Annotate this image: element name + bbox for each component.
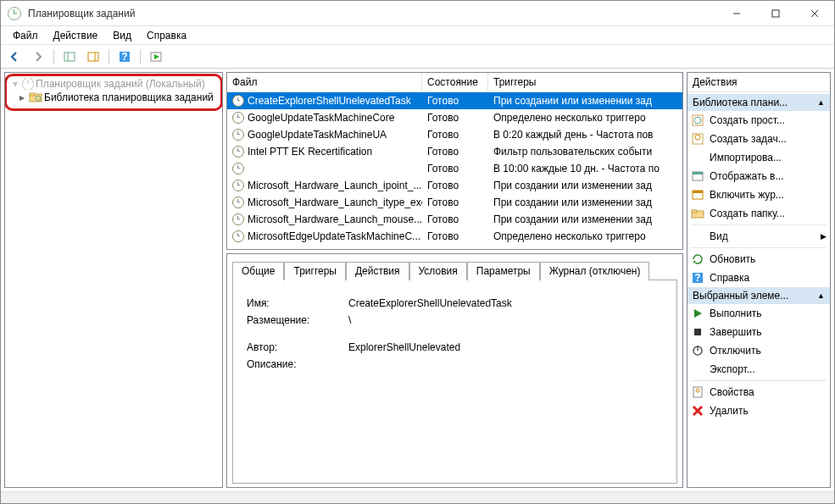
task-icon [232,95,244,107]
task-trigger: В 0:20 каждый день - Частота пов [488,127,682,142]
tree-library[interactable]: ▸ Библиотека планировщика заданий [8,90,219,105]
svg-rect-22 [693,191,703,193]
table-row[interactable]: GoogleUpdateTaskMachineCoreГотовоОпредел… [227,109,682,126]
action-view[interactable]: Вид▶ [687,227,830,246]
svg-rect-1 [772,10,779,17]
forward-button[interactable] [28,47,48,66]
show-running-icon [691,169,704,183]
task-trigger: Определено несколько триггеро [488,229,682,244]
action-properties[interactable]: Свойства [687,383,830,402]
author-value: ExplorerShellUnelevated [348,341,663,353]
collapse-icon: ▲ [817,291,825,300]
run-icon [691,307,704,320]
actions-section-selected[interactable]: Выбранный элеме...▲ [687,287,830,304]
task-icon [232,230,244,242]
action-help[interactable]: ?Справка [687,269,830,287]
submenu-arrow-icon: ▶ [821,232,827,241]
task-state: Готово [422,110,488,125]
show-hide-actions-button[interactable] [83,47,103,66]
show-hide-tree-button[interactable] [59,47,80,66]
minimize-button[interactable] [717,1,756,26]
col-triggers[interactable]: Триггеры [488,73,682,91]
col-file[interactable]: Файл [227,73,422,91]
scheduler-icon [22,78,34,90]
location-value: \ [348,314,663,326]
table-row[interactable]: MicrosoftEdgeUpdateTaskMachineC...Готово… [227,228,682,245]
highlight-annotation: ▾ Планировщик заданий (Локальный) ▸ Библ… [4,74,223,111]
import-icon [691,151,704,164]
close-button[interactable] [795,1,834,26]
actions-section-library[interactable]: Библиотека плани...▲ [687,94,830,111]
actions-pane: Действия Библиотека плани...▲ Создать пр… [687,72,831,488]
menu-action[interactable]: Действие [47,28,105,43]
table-row[interactable]: Microsoft_Hardware_Launch_itype_exeГотов… [227,194,682,211]
action-import[interactable]: Импортирова... [687,148,830,167]
task-trigger: При создании или изменении зад [488,178,682,193]
table-row[interactable]: Microsoft_Hardware_Launch_ipoint_...Гото… [227,177,682,194]
task-name: Microsoft_Hardware_Launch_itype_exe [248,197,422,208]
name-value: CreateExplorerShellUnelevatedTask [348,297,663,309]
task-trigger: При создании или изменении зад [488,93,682,108]
action-refresh[interactable]: Обновить [687,250,830,269]
svg-rect-29 [694,329,701,335]
action-create-basic[interactable]: Создать прост... [687,111,830,130]
action-run[interactable]: Выполнить [687,304,830,323]
task-icon [232,180,244,191]
menu-help[interactable]: Справка [140,28,193,43]
app-icon [8,7,21,20]
action-end[interactable]: Завершить [687,323,830,341]
create-icon [691,132,704,146]
task-trigger: При создании или изменении зад [488,195,682,210]
action-new-folder[interactable]: Создать папку... [687,204,830,223]
view-icon [691,230,704,243]
tab-general[interactable]: Общие [232,262,284,280]
action-create[interactable]: Создать задач... [687,130,830,148]
titlebar[interactable]: Планировщик заданий [1,1,834,26]
svg-rect-4 [64,53,75,61]
table-row[interactable]: GoogleUpdateTaskMachineUAГотовоВ 0:20 ка… [227,126,682,143]
nav-tree[interactable]: ▾ Планировщик заданий (Локальный) ▸ Библ… [4,72,223,488]
action-disable[interactable]: Отключить [687,341,830,360]
task-state: Готово [422,127,488,142]
help-button[interactable]: ? [114,47,135,66]
toolbar: ? [1,45,834,69]
task-list[interactable]: Файл Состояние Триггеры CreateExplorerSh… [226,72,683,250]
action-show-running[interactable]: Отображать в... [687,167,830,186]
maximize-button[interactable] [756,1,795,26]
svg-rect-6 [88,53,98,61]
menu-view[interactable]: Вид [106,28,138,43]
task-state: Готово [422,93,488,108]
tab-triggers[interactable]: Триггеры [284,262,346,280]
disable-icon [691,344,704,357]
task-icon [232,197,244,208]
table-row[interactable]: CreateExplorerShellUnelevatedTaskГотовоП… [227,92,682,109]
svg-marker-28 [694,309,702,318]
tab-history[interactable]: Журнал (отключен) [540,262,650,280]
action-enable-history[interactable]: Включить жур... [687,186,830,204]
run-button[interactable] [146,47,166,66]
task-state: Готово [422,144,488,159]
table-row[interactable]: Intel PTT EK RecertificationГотовоФильтр… [227,143,682,160]
table-row[interactable]: ГотовоВ 10:00 каждые 10 дн. - Частота по [227,160,682,177]
task-name: GoogleUpdateTaskMachineCore [248,112,394,124]
tree-root[interactable]: ▾ Планировщик заданий (Локальный) [8,78,219,90]
svg-rect-13 [30,93,35,96]
statusbar [1,491,834,503]
task-trigger: При создании или изменении зад [488,212,682,227]
name-label: Имя: [247,297,348,309]
table-row[interactable]: Microsoft_Hardware_Launch_mouse...Готово… [227,211,682,228]
action-export[interactable]: Экспорт... [687,360,830,379]
collapse-icon: ▲ [817,98,825,107]
tab-settings[interactable]: Параметры [467,262,540,280]
col-state[interactable]: Состояние [422,73,488,91]
action-delete[interactable]: Удалить [687,402,830,420]
refresh-icon [691,252,704,266]
description-label: Описание: [247,358,348,370]
tab-conditions[interactable]: Условия [409,262,467,280]
tab-actions[interactable]: Действия [346,262,409,280]
window-title: Планировщик заданий [28,8,717,19]
actions-header: Действия [687,73,830,92]
menu-file[interactable]: Файл [6,28,45,43]
back-button[interactable] [4,47,25,66]
history-icon [691,188,704,202]
